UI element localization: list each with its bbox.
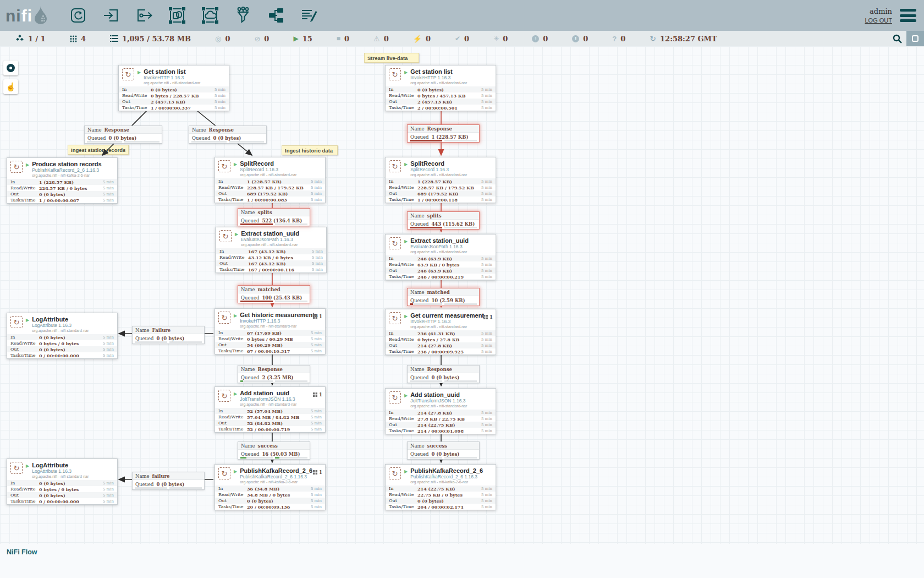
stat-window: 5 min	[311, 499, 322, 503]
remote-process-group-icon[interactable]	[201, 6, 219, 25]
stat-label: In	[389, 256, 417, 261]
processor-produce-station-records[interactable]: ↻▶Produce station recordsPublishKafkaRec…	[7, 157, 118, 204]
stat-window: 5 min	[311, 343, 322, 347]
processor-extract-station-uuid-1[interactable]: ↻▶Extract station_uuidEvaluateJsonPath 1…	[216, 227, 327, 273]
processor-stat-row: Out54 (60.29 MB)5 min	[215, 342, 325, 348]
stat-label: Read/Write	[10, 186, 39, 190]
processor-get-station-list-2[interactable]: ↻▶Get station listInvokeHTTP 1.16.3org.a…	[385, 65, 496, 111]
processor-titles: PublishKafkaRecord_2_6PublishKafkaRecord…	[410, 467, 483, 484]
processor-stat-row: Read/Write27.8 KB / 22.75 KB5 min	[386, 416, 496, 422]
queued-label: Queued	[241, 451, 259, 457]
run-status-icon: ▶	[26, 318, 29, 323]
processor-type-icon: ↻	[389, 391, 401, 403]
stat-window: 5 min	[481, 100, 492, 104]
processor-publishkafkarecord-2[interactable]: ↻▶PublishKafkaRecord_2_6PublishKafkaReco…	[385, 464, 496, 510]
active-threads-count: 1	[319, 470, 322, 475]
connection-label[interactable]: NamesplitsQueued443 (115.62 KB)	[407, 211, 480, 230]
panel-icon[interactable]	[906, 31, 924, 46]
stat-window: 5 min	[481, 337, 492, 342]
processor-stat-row: In214 (27.8 KB)5 min	[386, 410, 496, 416]
processor-type: PublishKafkaRecord_2_6 1.16.3	[32, 167, 102, 173]
running-icon: ▶	[293, 35, 298, 42]
backpressure-bars	[191, 141, 264, 143]
label-icon[interactable]	[300, 6, 318, 25]
logout-link[interactable]: LOG OUT	[865, 17, 892, 24]
name-label: Name	[410, 126, 425, 132]
processor-titles: Extract station_uuidEvaluateJsonPath 1.1…	[241, 230, 299, 247]
processor-stat-row: Out2 (457.13 KB)5 min	[386, 99, 496, 105]
connection-label[interactable]: NamesplitsQueued522 (136.4 KB)	[238, 208, 310, 226]
processor-type: LogAttribute 1.16.3	[32, 323, 89, 328]
connection-label[interactable]: NamematchedQueued10 (2.59 KB)	[407, 288, 480, 306]
processor-bundle: org.apache.nifi - nifi-standard-nar	[410, 403, 467, 408]
processor-splitrecord-1[interactable]: ↻▶SplitRecordSplitRecord 1.16.3org.apach…	[215, 157, 326, 203]
navigate-palette-button[interactable]	[3, 61, 18, 75]
processor-get-historic-measurements[interactable]: ↻▶Get historic measurementsInvokeHTTP 1.…	[215, 308, 326, 355]
queued-label: Queued	[241, 375, 259, 380]
app-header: nifi admin LOG OUT	[0, 0, 924, 31]
stat-value: 0 (0 bytes)	[417, 87, 479, 92]
backpressure-bars	[410, 140, 477, 141]
relationship-name: Response	[209, 127, 234, 133]
backpressure-bar	[444, 380, 477, 382]
processor-get-current-measurement[interactable]: ↻▶Get current measurementInvokeHTTP 1.16…	[385, 309, 496, 355]
connection-label[interactable]: NameResponseQueued1 (228.57 KB)	[407, 124, 480, 143]
stat-window: 5 min	[481, 350, 492, 354]
run-status-icon: ▶	[26, 464, 29, 468]
output-port-icon[interactable]	[135, 6, 153, 25]
connection-label[interactable]: NameResponseQueued0 (0 bytes)	[84, 126, 162, 144]
connection-label[interactable]: NamematchedQueued100 (25.43 KB)	[238, 285, 310, 303]
processor-stat-row: In52 (57.04 MB)5 min	[215, 408, 325, 414]
operate-palette-button[interactable]: ☝	[3, 79, 18, 94]
stat-window: 5 min	[481, 192, 492, 196]
stat-window: 5 min	[311, 179, 322, 184]
breadcrumb[interactable]: NiFi Flow	[0, 544, 37, 556]
processor-header: ↻▶Get station listInvokeHTTP 1.16.3org.a…	[119, 66, 229, 86]
connection-label[interactable]: NamesuccessQueued16 (50.03 MB)	[238, 441, 310, 460]
processor-bundle: org.apache.nifi - nifi-standard-nar	[240, 172, 296, 177]
processor-type: PublishKafkaRecord_2_6 1.16.3	[240, 474, 312, 479]
processor-type: SplitRecord 1.16.3	[410, 167, 467, 172]
stat-window: 5 min	[311, 427, 322, 432]
refresh-icon[interactable]: ↻	[650, 34, 656, 43]
processor-logattribute-1[interactable]: ↻▶LogAttributeLogAttribute 1.16.3org.apa…	[7, 313, 118, 359]
status-value: 0	[426, 35, 431, 43]
status-value: 0	[543, 35, 548, 43]
backpressure-bar	[124, 141, 160, 143]
processor-icon[interactable]	[69, 6, 87, 25]
processor-stat-row: In0 (0 bytes)5 min	[7, 334, 117, 340]
processor-add-station-uuid-1[interactable]: ↻▶Add station_uuidJoltTransformJSON 1.16…	[215, 386, 326, 433]
connection-label[interactable]: NameResponseQueued0 (0 bytes)	[407, 365, 480, 383]
backpressure-bar	[410, 457, 442, 459]
processor-type: EvaluateJsonPath 1.16.3	[410, 244, 469, 249]
connection-label[interactable]: NamefailureQueued0 (0 bytes)	[132, 472, 205, 490]
template-icon[interactable]	[267, 6, 285, 25]
processor-get-station-list-1[interactable]: ↻▶Get station listInvokeHTTP 1.16.3org.a…	[118, 65, 229, 111]
processor-logattribute-2[interactable]: ↻▶LogAttributeLogAttribute 1.16.3org.apa…	[7, 459, 118, 505]
processor-name: LogAttribute	[32, 462, 89, 468]
connection-label[interactable]: NamesuccessQueued0 (0 bytes)	[407, 441, 480, 460]
flow-canvas[interactable]: ☝ NiFi Flow Stream live-dataIngest stati…	[0, 46, 924, 578]
stat-label: In	[10, 179, 39, 184]
global-menu-button[interactable]	[900, 9, 916, 22]
processor-add-station-uuid-2[interactable]: ↻▶Add station_uuidJoltTransformJSON 1.16…	[385, 388, 496, 434]
process-group-icon[interactable]	[168, 6, 186, 25]
transmitting-icon: ◎	[215, 35, 221, 43]
input-port-icon[interactable]	[102, 6, 120, 25]
processor-publishkafkarecord-1[interactable]: ↻▶PublishKafkaRecord_2_6PublishKafkaReco…	[215, 464, 326, 510]
processor-name: Get current measurement	[410, 312, 484, 319]
processor-stat-row: Read/Write0 bytes / 27.8 KB5 min	[386, 336, 496, 342]
processor-extract-station-uuid-2[interactable]: ↻▶Extract station_uuidEvaluateJsonPath 1…	[385, 234, 496, 280]
connection-label[interactable]: NameFailureQueued0 (0 bytes)	[132, 326, 205, 344]
funnel-icon[interactable]	[234, 6, 252, 25]
connection-label[interactable]: NameResponseQueued2 (3.25 MB)	[238, 365, 310, 383]
processor-titles: Produce station recordsPublishKafkaRecor…	[32, 161, 102, 178]
connection-label[interactable]: NameResponseQueued0 (0 bytes)	[189, 126, 267, 144]
processor-splitrecord-2[interactable]: ↻▶SplitRecordSplitRecord 1.16.3org.apach…	[385, 157, 496, 203]
stat-label: Read/Write	[218, 415, 247, 419]
backpressure-bar	[444, 140, 477, 141]
search-icon[interactable]	[888, 31, 906, 46]
name-label: Name	[135, 473, 150, 479]
stat-window: 5 min	[311, 493, 322, 497]
processor-header: ↻▶LogAttributeLogAttribute 1.16.3org.apa…	[7, 313, 117, 334]
